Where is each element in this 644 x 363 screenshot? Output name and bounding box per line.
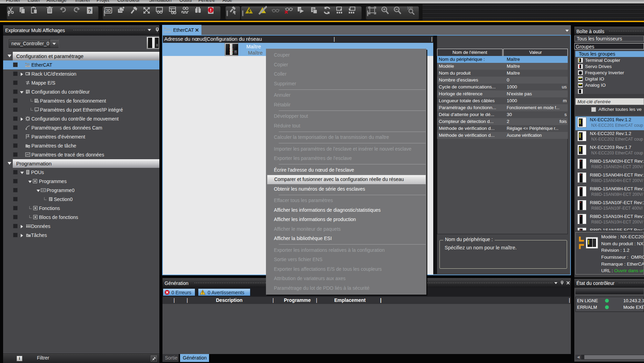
svg-text:ECAT: ECAT — [26, 65, 30, 67]
svg-text:3D: 3D — [106, 8, 111, 13]
svg-text:!: ! — [210, 8, 211, 13]
svg-text:?: ? — [88, 8, 91, 13]
svg-text:!: ! — [202, 291, 203, 295]
svg-text:EIP: EIP — [35, 110, 38, 112]
svg-text:ECAT: ECAT — [164, 30, 171, 34]
